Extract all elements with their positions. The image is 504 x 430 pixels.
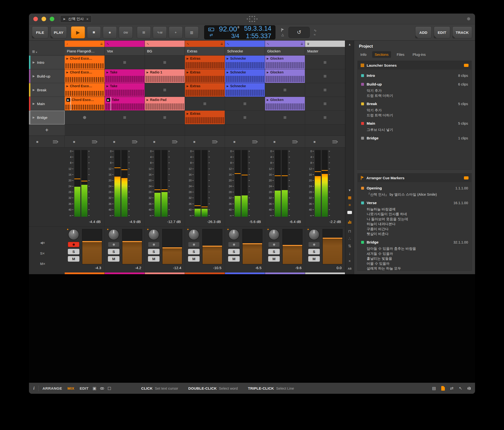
volume-fader[interactable] — [282, 229, 302, 264]
routing-icon[interactable]: ∴ — [348, 235, 351, 243]
clear-solo-button[interactable]: S× — [40, 251, 65, 255]
back-to-arrangement-icon[interactable] — [212, 140, 216, 143]
launcher-menu-cell[interactable]: ≣ ▾ — [29, 41, 65, 55]
scene-header[interactable]: ▶ Intro — [29, 56, 65, 69]
back-to-arrangement-icon[interactable] — [252, 140, 257, 143]
meters-view-icon[interactable] — [348, 216, 351, 224]
time-signature-display[interactable]: 3/4 — [231, 33, 239, 39]
clip-play-icon[interactable]: ▶ — [146, 98, 148, 102]
clip-launcher-view-icon[interactable]: ▦ — [348, 194, 351, 201]
song-position-display[interactable]: 59.3.3.14 — [244, 25, 271, 32]
view-tab-mix[interactable]: MIX — [67, 386, 74, 391]
solo-button[interactable]: S — [68, 249, 79, 254]
back-to-arrangement-icon[interactable] — [332, 140, 337, 143]
scene-play-icon[interactable]: ▶ — [33, 88, 35, 92]
clip-slot[interactable]: ▶ Radio 1 — [145, 69, 185, 83]
panel-list-item[interactable]: Build-up 6 clips 악기 추가드럼 트랙 더하기 — [358, 80, 471, 100]
track-name[interactable]: Vox — [105, 47, 144, 55]
stop-button[interactable]: ■ — [87, 26, 101, 38]
add-menu-button[interactable]: ADD — [415, 26, 432, 38]
clip-slot[interactable] — [65, 111, 105, 124]
clip-slot[interactable]: ▶ Chord Esco… — [65, 69, 105, 83]
track-name[interactable]: Extras — [185, 47, 225, 55]
volume-fader[interactable] — [122, 229, 142, 264]
back-to-arrangement-icon[interactable] — [292, 140, 297, 143]
track-name[interactable]: Piano Flangedi… — [65, 47, 105, 55]
clip-slot[interactable]: ▶ Take — [105, 97, 145, 111]
punch-in-button[interactable]: + — [169, 26, 183, 38]
mute-button[interactable]: M — [148, 256, 160, 262]
punch-marker-icon[interactable] — [281, 28, 284, 32]
clip-slot[interactable]: ▶ Take — [105, 69, 145, 83]
clip-slot[interactable] — [185, 97, 225, 111]
panel-list-item[interactable]: Main 5 clips 그루브 다시 넣기 — [358, 119, 471, 134]
project-file-icon[interactable] — [441, 386, 445, 391]
metronome-icon[interactable]: △ — [281, 33, 284, 37]
pan-knob[interactable] — [228, 229, 239, 240]
solo-button[interactable]: S — [148, 249, 160, 254]
stop-clips-button[interactable]: ■ — [273, 140, 275, 144]
clip-slot[interactable]: ▶ Extras — [185, 83, 225, 97]
record-arm-button[interactable] — [68, 242, 79, 247]
clip-slot[interactable]: ▶ Chord Esco… — [65, 83, 105, 97]
clip-play-icon[interactable]: ▶ — [187, 71, 189, 74]
clip-slot[interactable] — [225, 111, 265, 124]
automation-write-button[interactable]: ∿w — [153, 26, 167, 38]
project-tab[interactable]: ▶ 산책 인사 × — [60, 15, 92, 23]
project-tab-close-icon[interactable]: × — [86, 17, 89, 21]
clip-play-icon[interactable]: ▶ — [107, 71, 108, 74]
track-name[interactable]: BG — [145, 47, 185, 55]
pan-knob[interactable] — [188, 229, 199, 240]
clip-slot[interactable]: ▶ Extras — [185, 69, 225, 83]
curve-icon[interactable]: ≈ — [314, 33, 317, 36]
record-arm-button[interactable] — [148, 242, 160, 247]
panel-list-item[interactable]: Opening 1.1.1.00 『산책 인사』 by 앨리스 스마일 (Ali… — [358, 184, 471, 199]
mute-button[interactable]: M — [308, 256, 320, 262]
track-name[interactable]: Glocken — [265, 47, 305, 55]
info-icon[interactable]: i — [33, 386, 35, 391]
back-to-arrangement-icon[interactable] — [132, 140, 136, 143]
edit-menu-button[interactable]: EDIT — [434, 26, 450, 38]
clip-play-icon[interactable]: ▶ — [66, 98, 70, 102]
volume-fader[interactable] — [323, 229, 342, 264]
solo-button[interactable]: S — [108, 249, 119, 254]
panel-list-item[interactable]: Bridge 32.1.1.00 담아둘 수 있을까 춤추는 바람을새겨둘 수 … — [358, 238, 471, 271]
track-menu-button[interactable]: TRACK — [452, 26, 472, 38]
snap-settings-icon[interactable]: ▣ — [92, 386, 96, 391]
performance-meter-icon[interactable] — [468, 387, 471, 390]
clip-play-icon[interactable]: ▶ — [66, 57, 68, 60]
panel-tab-files[interactable]: Files — [394, 51, 407, 58]
track-collapse-icon[interactable]: ⇊ — [100, 42, 103, 46]
clip-play-icon[interactable]: ▶ — [267, 71, 269, 74]
stop-clips-button[interactable]: ■ — [233, 140, 235, 144]
clip-slot[interactable]: ▶ Extras — [185, 56, 225, 69]
clip-slot[interactable] — [225, 97, 265, 111]
clip-play-icon[interactable]: ▶ — [107, 84, 108, 88]
scene-play-icon[interactable]: ▶ — [33, 61, 35, 64]
track-header[interactable]: ♪ ⇊ Piano Flangedi… — [65, 41, 105, 55]
panel-list-item[interactable]: Intro 8 clips — [358, 72, 471, 80]
volume-fader[interactable] — [82, 229, 102, 264]
mute-button[interactable]: M — [228, 256, 240, 262]
scene-header[interactable]: ▶ Break — [29, 83, 65, 97]
launcher-overdub-button[interactable]: ow — [119, 26, 133, 38]
minimize-window-button[interactable] — [42, 17, 46, 21]
view-tab-edit[interactable]: EDIT — [80, 386, 89, 391]
pan-knob[interactable] — [308, 229, 320, 240]
track-list-view-icon[interactable]: ≡ — [349, 201, 351, 209]
track-header[interactable]: ♛ Master — [305, 41, 345, 55]
link-icon[interactable] — [100, 387, 104, 390]
pan-knob[interactable] — [68, 229, 79, 240]
track-header[interactable]: ∿ Schnecke — [225, 41, 265, 55]
close-window-button[interactable] — [33, 17, 38, 21]
clip-play-icon[interactable]: ▶ — [187, 57, 189, 60]
panel-tab-sections[interactable]: Sections — [372, 51, 391, 58]
clip-slot[interactable]: ▶ Chord Esco… — [65, 56, 105, 69]
back-to-arrangement-icon[interactable] — [172, 140, 176, 143]
launcher-menu-icon[interactable]: ≣ — [32, 49, 35, 54]
tempo-display[interactable]: 92.00 — [219, 25, 237, 33]
clip-play-icon[interactable]: ▶ — [227, 57, 229, 60]
clip-play-icon[interactable]: ▶ — [187, 84, 189, 88]
clip-slot[interactable]: ▶ Schnecke — [225, 69, 265, 83]
clip-slot[interactable] — [265, 111, 305, 124]
